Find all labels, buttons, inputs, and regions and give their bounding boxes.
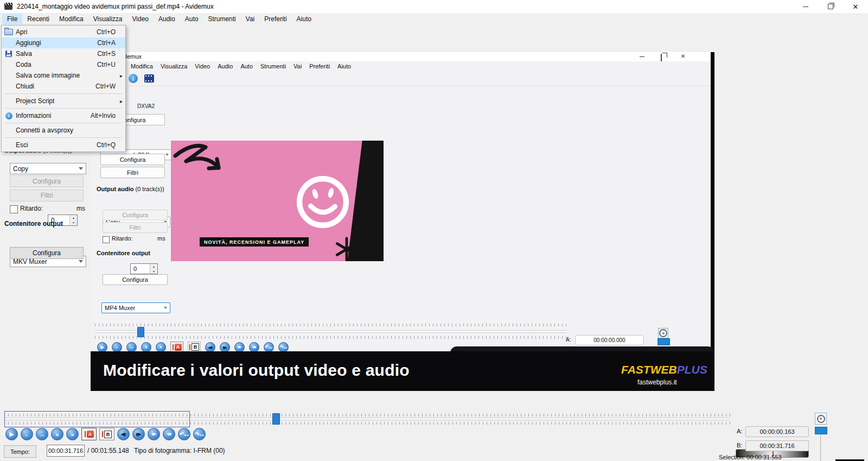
prev-keyframe-button[interactable]: ↞ [148, 428, 160, 440]
timeline-groove [95, 330, 567, 333]
brand-fastweb: FASTWEB [621, 363, 677, 376]
submenu-arrow-icon: ▸ [120, 73, 123, 79]
back-double-button[interactable]: « [51, 428, 63, 440]
caption-title: Modificare i valori output video e audio [103, 361, 410, 380]
recorded-restore-icon [661, 54, 662, 61]
toolbar-divider [91, 86, 711, 86]
video-frame-thumbnail: SPAZIO TV E VIDEOGAME NOVITÀ, RECENSIONI… [171, 141, 384, 261]
audio-filtri-button[interactable]: Filtri [10, 190, 84, 201]
marker-a-time: 00:00:00.163 [745, 426, 809, 437]
timeline-ticks [95, 324, 567, 326]
spinner-up-icon[interactable]: ▲ [70, 215, 77, 220]
menu-auto[interactable]: Auto [180, 14, 203, 24]
marker-a-time: 00:00:00.000 [575, 335, 644, 345]
prev-frame-button[interactable]: ← [21, 428, 33, 440]
marker-a-button[interactable]: A [81, 428, 97, 440]
next-keyframe-button[interactable]: ↠ [163, 428, 175, 440]
menu-item-connetti-avsproxy[interactable]: Connetti a avsproxy [2, 125, 125, 136]
menu-item-chiudi[interactable]: Chiudi Ctrl+W [2, 81, 125, 92]
ritardo-label: Ritardo: [112, 235, 133, 242]
menu-preferiti[interactable]: Preferiti [259, 14, 291, 24]
frame-type-status: Tipo di fotogramma: I-FRM (00) [134, 447, 225, 454]
menu-visualizza[interactable]: Visualizza [88, 14, 127, 24]
maximize-button[interactable] [818, 0, 843, 13]
menu-vai[interactable]: Vai [241, 14, 259, 24]
recorded-menu-item: Modifica [131, 63, 153, 70]
video-preview[interactable]: Avidemux ✕ Modifica Visualizza Video Aud… [91, 52, 714, 391]
minimize-button[interactable] [793, 0, 818, 13]
thumbnail-badge: NOVITÀ, RECENSIONI E GAMEPLAY [200, 237, 309, 247]
goto-end-button[interactable]: ▮▶ [132, 428, 145, 440]
forward-60s-button: ↷₆₀ [278, 342, 289, 352]
back-60s-button[interactable]: ↶₆₀ [178, 428, 190, 440]
menu-item-coda[interactable]: Coda Ctrl+U [2, 59, 125, 70]
back-60s-button: ↶₆₀ [264, 342, 274, 352]
volume-icon [658, 328, 668, 338]
timeline-playhead[interactable] [272, 413, 280, 425]
chevron-down-icon [164, 307, 167, 309]
goto-start-button[interactable]: ◀▮ [117, 428, 130, 440]
timeline-ticks [95, 336, 567, 339]
menu-item-salva[interactable]: Salva Ctrl+S [2, 48, 125, 59]
ritardo-checkbox [103, 236, 110, 243]
menu-video[interactable]: Video [127, 14, 154, 24]
menu-recenti[interactable]: Recenti [22, 14, 54, 24]
menu-modifica[interactable]: Modifica [54, 14, 88, 24]
container-configura-button[interactable]: Configura [10, 247, 84, 259]
selection-region[interactable] [4, 411, 190, 427]
container-output-header: Contenitore output [97, 250, 150, 256]
volume-icon[interactable] [815, 413, 827, 425]
film-icon [144, 74, 154, 83]
container-output-header: Contenitore output [4, 220, 63, 228]
brand-plus: PLUS [677, 363, 707, 376]
audio-configura-button[interactable]: Configura [10, 175, 84, 187]
volume-slider[interactable] [815, 427, 827, 434]
ritardo-spinner: 0 ▲▼ [130, 263, 158, 274]
play-button[interactable]: ▶ [5, 428, 18, 440]
ritardo-label: Ritardo: [20, 205, 43, 212]
recorded-menu-item: Strumenti [260, 63, 286, 70]
marker-a-label: A: [737, 428, 742, 434]
output-audio-header: Output audio (0 track(s)) [97, 186, 164, 192]
forward-60s-button[interactable]: ↷₆₀ [193, 428, 206, 440]
transport-controls: ▶ ← → « » A B ◀▮ ▮▶ ↞ ↠ ↶₆₀ ↷₆₀ [5, 428, 206, 440]
tempo-button[interactable]: Tempo: [4, 445, 36, 458]
menu-item-apri[interactable]: Apri Ctrl+O [2, 27, 125, 37]
minimize-icon [803, 7, 808, 7]
menu-separator [5, 137, 122, 138]
arrow-doodle-icon [172, 141, 226, 195]
menu-item-project-script[interactable]: Project Script ▸ [2, 96, 125, 106]
chevron-down-icon [165, 154, 169, 156]
video-configura-button: Configura [100, 154, 165, 165]
menu-item-informazioni[interactable]: i Informazioni Alt+Invio [2, 110, 125, 121]
goto-end-button: ▮▶ [220, 342, 230, 352]
menu-audio[interactable]: Audio [154, 14, 180, 24]
close-button[interactable]: ✕ [843, 0, 868, 13]
prev-keyframe-button: ↞ [234, 342, 245, 352]
selection-duration: Selection: 00:00:31.553 [719, 454, 782, 460]
spinner-arrows[interactable]: ▲▼ [69, 215, 77, 225]
spinner-down-icon[interactable]: ▼ [70, 220, 77, 226]
recorded-menu-item: Vai [293, 63, 302, 70]
menu-separator [5, 108, 122, 109]
info-icon: i [129, 74, 138, 83]
titlebar: 220414_montaggio video avidemux primi pa… [0, 0, 868, 13]
menu-aiuto[interactable]: Aiuto [292, 14, 316, 24]
recorded-avidemux-window: Avidemux ✕ Modifica Visualizza Video Aud… [91, 52, 711, 351]
menu-item-salva-come-immagine[interactable]: Salva come immagine ▸ [2, 70, 125, 81]
menu-strumenti[interactable]: Strumenti [203, 14, 240, 24]
open-folder-icon [4, 29, 13, 35]
marker-b-button[interactable]: B [99, 428, 114, 440]
menu-item-aggiungi[interactable]: Aggiungi Ctrl+A [2, 37, 125, 48]
ritardo-checkbox[interactable] [10, 205, 18, 213]
recorded-menu-item: Audio [218, 63, 233, 70]
forward-double-button[interactable]: » [66, 428, 79, 440]
recorded-close-icon: ✕ [681, 53, 685, 59]
play-button: ▶ [97, 342, 107, 352]
current-time-field[interactable]: 00:00:31.716 [47, 445, 85, 457]
audio-codec-select[interactable]: Copy [10, 163, 86, 174]
menu-item-esci[interactable]: Esci Ctrl+Q [2, 140, 125, 150]
menu-file[interactable]: File [2, 14, 22, 24]
spinner-arrows: ▲▼ [150, 264, 157, 274]
next-frame-button[interactable]: → [36, 428, 48, 440]
